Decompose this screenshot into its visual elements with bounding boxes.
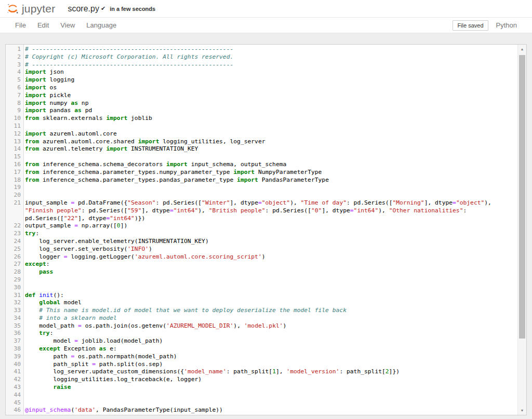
code-line: 43 raise — [6, 384, 517, 391]
line-number: 10 — [6, 115, 23, 123]
line-number: 34 — [6, 315, 23, 322]
line-number: 40 — [6, 361, 23, 369]
code-text[interactable]: ​ — [23, 184, 517, 192]
code-text[interactable]: import logging — [23, 76, 517, 84]
line-number: 20 — [6, 192, 23, 199]
code-text[interactable]: import os — [23, 84, 517, 92]
line-number: 42 — [6, 376, 23, 384]
line-number: 29 — [6, 276, 23, 284]
code-text[interactable]: ​ — [23, 123, 517, 130]
menu-file[interactable]: File — [9, 21, 32, 29]
code-text[interactable]: log_server.set_verbosity('INFO') — [23, 246, 517, 253]
line-number: 13 — [6, 138, 23, 146]
line-number: 24 — [6, 238, 23, 246]
code-text[interactable]: from azureml.automl.core.shared import l… — [23, 138, 517, 146]
code-text[interactable]: # This name is model.id of model that we… — [23, 307, 517, 315]
filename[interactable]: score.py — [68, 4, 99, 13]
menu-view[interactable]: View — [55, 21, 81, 29]
line-number: 31 — [6, 292, 23, 300]
menu-right-group: File saved Python — [453, 20, 517, 31]
scroll-down-icon[interactable]: ▼ — [518, 406, 526, 415]
code-text[interactable]: path = os.path.normpath(model_path) — [23, 353, 517, 361]
scroll-up-icon[interactable]: ▲ — [518, 45, 526, 53]
line-number: 6 — [6, 84, 23, 92]
code-text[interactable]: global model — [23, 299, 517, 307]
code-text[interactable]: ​ — [23, 153, 517, 161]
code-text[interactable]: import pickle — [23, 92, 517, 100]
code-text[interactable]: logging_utilities.log_traceback(e, logge… — [23, 376, 517, 384]
scrollbar-thumb[interactable] — [519, 55, 525, 339]
line-number: 45 — [6, 399, 23, 407]
code-line: 20​ — [6, 192, 517, 199]
kernel-mode-label: Python — [496, 21, 517, 29]
code-text[interactable]: except: — [23, 261, 517, 268]
jupyter-logo[interactable]: jupyter — [6, 2, 55, 15]
code-text[interactable]: # --------------------------------------… — [23, 61, 517, 69]
code-text[interactable]: ​ — [23, 391, 517, 399]
line-number: 43 — [6, 384, 23, 391]
code-text[interactable]: log_server.enable_telemetry(INSTRUMENTAT… — [23, 238, 517, 246]
code-line: 24 log_server.enable_telemetry(INSTRUMEN… — [6, 238, 517, 246]
code-text[interactable]: try: — [23, 230, 517, 238]
code-text[interactable]: # Copyright (c) Microsoft Corporation. A… — [23, 53, 517, 61]
code-text[interactable]: output_sample = np.array([0]) — [23, 222, 517, 230]
code-line: 15​ — [6, 153, 517, 161]
menu-edit[interactable]: Edit — [32, 21, 55, 29]
line-number: 23 — [6, 230, 23, 238]
code-line: 46@input_schema('data', PandasParameterT… — [6, 407, 517, 414]
code-text[interactable]: from inference_schema.schema_decorators … — [23, 161, 517, 169]
code-line: 23try: — [6, 230, 517, 238]
code-text[interactable]: import numpy as np — [23, 100, 517, 107]
line-number: 8 — [6, 100, 23, 107]
menu-language[interactable]: Language — [81, 21, 122, 29]
code-text[interactable]: except Exception as e: — [23, 345, 517, 353]
code-text[interactable]: path_split = path.split(os.sep) — [23, 361, 517, 369]
code-line: 1# -------------------------------------… — [6, 46, 517, 53]
file-saved-notification: File saved — [453, 20, 488, 31]
line-number: 4 — [6, 69, 23, 76]
code-text[interactable]: # --------------------------------------… — [23, 46, 517, 53]
code-line: 7import pickle — [6, 92, 517, 100]
line-number: 1 — [6, 46, 23, 53]
code-text[interactable]: raise — [23, 384, 517, 391]
line-number: 44 — [6, 391, 23, 399]
code-text[interactable]: ​ — [23, 276, 517, 284]
line-number: 7 — [6, 92, 23, 100]
code-text[interactable]: model_path = os.path.join(os.getenv('AZU… — [23, 322, 517, 330]
code-text[interactable]: import json — [23, 69, 517, 76]
code-text[interactable]: import azureml.automl.core — [23, 130, 517, 138]
code-text[interactable]: from sklearn.externals import joblib — [23, 115, 517, 123]
code-line: 27except: — [6, 261, 517, 268]
code-text[interactable]: ​ — [23, 284, 517, 292]
code-text[interactable]: model = joblib.load(model_path) — [23, 337, 517, 345]
code-text[interactable]: # into a sklearn model — [23, 315, 517, 322]
page-body: 1# -------------------------------------… — [0, 33, 532, 419]
editor-content[interactable]: 1# -------------------------------------… — [6, 45, 517, 415]
code-line: 45​ — [6, 399, 517, 407]
code-text[interactable]: @input_schema('data', PandasParameterTyp… — [23, 407, 517, 414]
code-text[interactable]: input_sample = pd.DataFrame({"Season": p… — [23, 199, 517, 222]
line-number: 36 — [6, 330, 23, 337]
code-line: 11​ — [6, 123, 517, 130]
code-text[interactable]: import pandas as pd — [23, 107, 517, 115]
code-text[interactable]: from inference_schema.parameter_types.nu… — [23, 169, 517, 177]
vertical-scrollbar[interactable]: ▲ ▼ — [517, 45, 526, 415]
code-text[interactable]: pass — [23, 268, 517, 276]
code-line: 19​ — [6, 184, 517, 192]
line-number: 21 — [6, 199, 23, 222]
code-text[interactable]: logger = logging.getLogger('azureml.auto… — [23, 253, 517, 261]
line-number: 16 — [6, 161, 23, 169]
code-text[interactable]: ​ — [23, 399, 517, 407]
code-text[interactable]: from azureml.telemetry import INSTRUMENT… — [23, 145, 517, 153]
code-line: 30​ — [6, 284, 517, 292]
save-status: in a few seconds — [110, 6, 155, 12]
code-text[interactable]: log_server.update_custom_dimensions({'mo… — [23, 368, 517, 376]
code-text[interactable]: from inference_schema.parameter_types.pa… — [23, 177, 517, 184]
line-number: 19 — [6, 184, 23, 192]
code-text[interactable]: def init(): — [23, 292, 517, 300]
code-text[interactable]: ​ — [23, 192, 517, 199]
line-number: 11 — [6, 123, 23, 130]
line-number: 18 — [6, 177, 23, 184]
code-line: 12import azureml.automl.core — [6, 130, 517, 138]
code-text[interactable]: try: — [23, 330, 517, 337]
